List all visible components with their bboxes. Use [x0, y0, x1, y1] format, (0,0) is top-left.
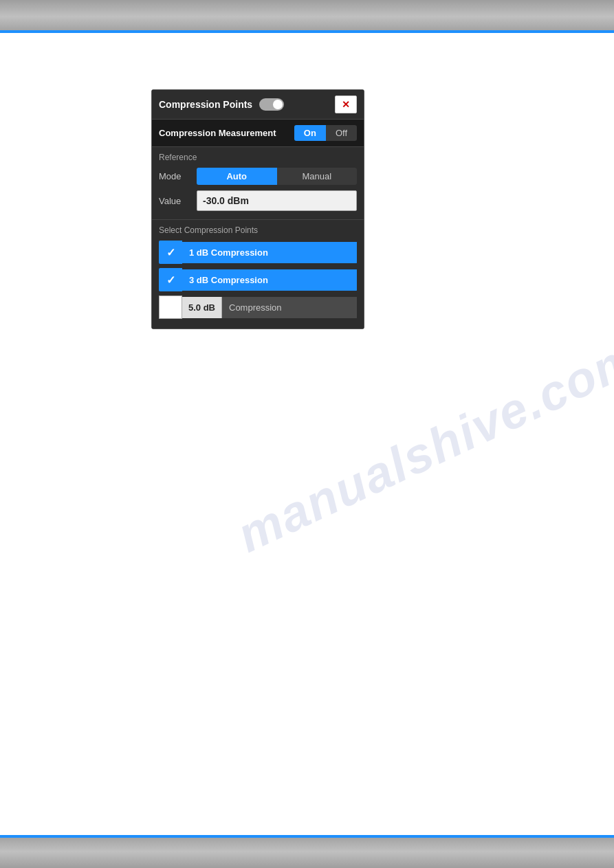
compression-item-3db: ✓ 3 dB Compression: [159, 268, 357, 291]
compression-item-1db: ✓ 1 dB Compression: [159, 241, 357, 264]
on-off-toggle: On Off: [294, 125, 357, 141]
value-field-label: Value: [159, 196, 197, 206]
auto-button[interactable]: Auto: [197, 168, 277, 185]
compression-label-3db: 3 dB Compression: [182, 269, 357, 291]
mode-field-label: Mode: [159, 171, 197, 181]
reference-section: Reference Mode Auto Manual Value: [152, 147, 364, 220]
bottom-bar-blue-line: [0, 835, 614, 838]
off-button[interactable]: Off: [326, 125, 357, 141]
toggle-switch[interactable]: [259, 98, 284, 111]
compression-label-1db: 1 dB Compression: [182, 242, 357, 263]
dialog-title-text: Compression Points: [159, 99, 252, 110]
on-button[interactable]: On: [294, 125, 326, 141]
value-input[interactable]: [197, 190, 357, 211]
value-row: Value: [159, 190, 357, 211]
custom-value-box[interactable]: 5.0 dB: [182, 297, 222, 318]
toggle-knob: [273, 100, 283, 109]
select-compression-points-section: Select Compression Points ✓ 1 dB Compres…: [152, 220, 364, 329]
dialog-title: Compression Points: [159, 98, 284, 111]
close-button[interactable]: ✕: [335, 96, 357, 113]
compression-item-custom: 5.0 dB Compression: [159, 296, 357, 319]
measurement-label: Compression Measurement: [159, 128, 276, 138]
bottom-bar: [0, 835, 614, 868]
checkbox-custom[interactable]: [159, 296, 182, 319]
top-bar-blue-line: [0, 30, 614, 33]
custom-compression-label: Compression: [222, 297, 357, 318]
mode-row: Mode Auto Manual: [159, 168, 357, 185]
manual-button[interactable]: Manual: [277, 168, 358, 185]
watermark: manualshive.com: [228, 328, 614, 563]
checkmark-3db: ✓: [166, 274, 175, 287]
top-bar: [0, 0, 614, 33]
dialog-compression-points: Compression Points ✕ Compression Measure…: [151, 89, 364, 329]
auto-manual-toggle: Auto Manual: [197, 168, 357, 185]
measurement-row: Compression Measurement On Off: [152, 120, 364, 147]
reference-label: Reference: [159, 153, 357, 162]
checkmark-1db: ✓: [166, 246, 175, 259]
dialog-titlebar: Compression Points ✕: [152, 90, 364, 120]
select-label: Select Compression Points: [159, 225, 357, 235]
checkbox-3db[interactable]: ✓: [159, 268, 182, 291]
checkbox-1db[interactable]: ✓: [159, 241, 182, 264]
